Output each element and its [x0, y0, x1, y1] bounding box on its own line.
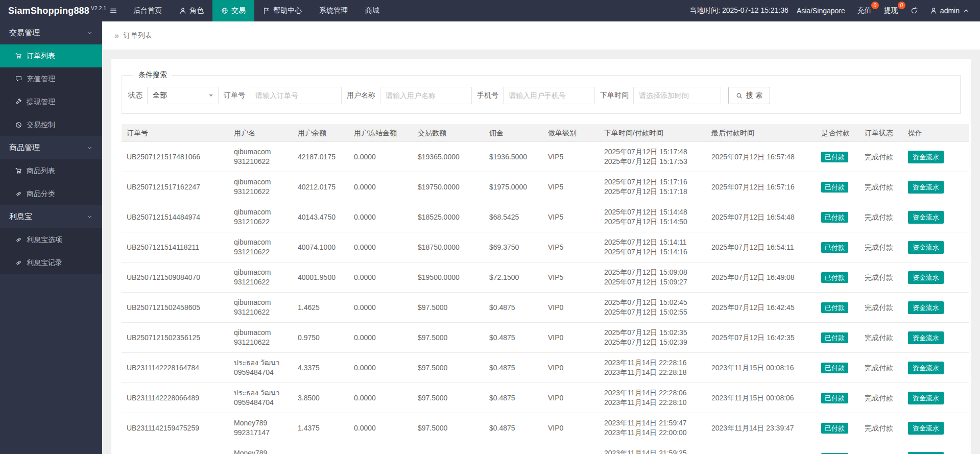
search-legend: 条件搜索 [133, 70, 172, 80]
table-row: UB2311142228066489ประธอง วัฒนา0959484704… [122, 383, 969, 413]
search-button[interactable]: 搜 索 [728, 87, 770, 104]
cell-paid: 已付款 [816, 142, 859, 172]
withdraw-link[interactable]: 提现 0 [884, 6, 898, 15]
cell-frozen: 0.0000 [349, 202, 413, 232]
content: 条件搜索 状态 全部 订单号 用户名称 手机号 [102, 50, 980, 454]
table-header-row: 订单号用户名用户余额用户冻结金额交易数额佣金做单级别下单时间/付款时间最后付款时… [122, 124, 969, 142]
table-header-3: 用户冻结金额 [349, 124, 413, 142]
cell-times: 2023年11月14日 22:28:062023年11月14日 22:28:10 [599, 383, 706, 413]
cell-commission: $1975.0000 [484, 172, 543, 202]
search-icon [736, 92, 743, 99]
order-no-label: 订单号 [224, 91, 245, 100]
order-no-input[interactable] [250, 87, 342, 104]
cell-times: 2025年07月12日 15:14:482025年07月12日 15:14:50 [599, 202, 706, 232]
link-icon [15, 236, 22, 243]
topnav-item-trade[interactable]: 交易 [212, 0, 254, 21]
cell-times: 2025年07月12日 15:02:452025年07月12日 15:02:55 [599, 293, 706, 323]
link-icon [15, 190, 22, 197]
fund-flow-button[interactable]: 资金流水 [908, 331, 944, 344]
fund-flow-button[interactable]: 资金流水 [908, 151, 944, 163]
topnav-item-system[interactable]: 系统管理 [310, 0, 356, 21]
cell-last-pay: 2025年07月12日 16:42:35 [706, 323, 816, 353]
sidebar-group-header-trade-admin[interactable]: 交易管理 [0, 21, 102, 44]
paid-badge: 已付款 [821, 272, 848, 283]
username-label: 用户名称 [347, 91, 375, 100]
sidebar-item-recharge-admin[interactable]: 充值管理 [0, 67, 102, 90]
sidebar-item-interest-options[interactable]: 利息宝选项 [0, 228, 102, 251]
search-panel: 条件搜索 状态 全部 订单号 用户名称 手机号 [122, 70, 961, 114]
cell-balance: 40143.4750 [293, 202, 349, 232]
cell-status: 完成付款 [859, 142, 903, 172]
table-header-5: 佣金 [484, 124, 543, 142]
cell-balance: 40074.1000 [293, 232, 349, 262]
order-time-input[interactable] [633, 87, 721, 104]
cell-user: ประธอง วัฒนา0959484704 [229, 353, 293, 383]
select-caret-icon [209, 94, 213, 99]
topnav-item-label: 帮助中心 [273, 6, 302, 15]
cell-order-no: UB2507121502356125 [122, 323, 229, 353]
sidebar-item-withdraw-admin[interactable]: 提现管理 [0, 90, 102, 113]
cell-amount: $97.5000 [413, 413, 484, 443]
cell-user: qibumacom931210622 [229, 323, 293, 353]
fund-flow-button[interactable]: 资金流水 [908, 271, 944, 284]
cell-times: 2025年07月12日 15:02:352025年07月12日 15:02:39 [599, 323, 706, 353]
cell-commission: $0.4875 [484, 383, 543, 413]
cell-balance: 0.9625 [293, 443, 349, 454]
paid-badge: 已付款 [821, 423, 848, 434]
status-select[interactable]: 全部 [147, 87, 219, 104]
cell-level: VIP0 [543, 383, 599, 413]
sidebar-item-label: 充值管理 [27, 75, 55, 84]
fund-flow-button[interactable]: 资金流水 [908, 452, 944, 454]
table-row: UB2507121502356125qibumacom9312106220.97… [122, 323, 969, 353]
sidebar-group-header-goods-admin[interactable]: 商品管理 [0, 136, 102, 159]
cell-times: 2025年07月12日 15:17:162025年07月12日 15:17:18 [599, 172, 706, 202]
username-input[interactable] [380, 87, 472, 104]
cell-last-pay: 2025年07月12日 16:54:48 [706, 202, 816, 232]
fund-flow-button[interactable]: 资金流水 [908, 301, 944, 314]
fund-flow-button[interactable]: 资金流水 [908, 181, 944, 194]
cell-order-no: UB2311142228066489 [122, 383, 229, 413]
sidebar-item-label: 商品分类 [27, 189, 55, 199]
fund-flow-button[interactable]: 资金流水 [908, 241, 944, 254]
sidebar-item-order-list[interactable]: 订单列表 [0, 44, 102, 67]
cell-commission: $0.4875 [484, 413, 543, 443]
cell-order-no: UB2507121514484974 [122, 202, 229, 232]
fund-flow-button[interactable]: 资金流水 [908, 211, 944, 224]
sidebar-item-goods-category[interactable]: 商品分类 [0, 182, 102, 205]
cell-times: 2023年11月14日 22:28:162023年11月14日 22:28:18 [599, 353, 706, 383]
admin-menu[interactable]: admin [930, 7, 970, 15]
fund-flow-button[interactable]: 资金流水 [908, 392, 944, 404]
cell-level: VIP5 [543, 232, 599, 262]
paid-badge: 已付款 [821, 212, 848, 223]
sidebar-item-goods-list[interactable]: 商品列表 [0, 159, 102, 182]
person-icon [179, 7, 186, 14]
sidebar-item-interest-records[interactable]: 利息宝记录 [0, 251, 102, 274]
topnav-item-help[interactable]: 帮助中心 [254, 0, 310, 21]
cell-order-no: UB2311142159475259 [122, 413, 229, 443]
status-select-value: 全部 [153, 91, 167, 100]
sidebar-group-items: 订单列表充值管理提现管理交易控制 [0, 44, 102, 136]
chevron-down-icon [86, 145, 93, 151]
topnav-item-home[interactable]: 后台首页 [125, 0, 171, 21]
cell-paid: 已付款 [816, 262, 859, 293]
cell-action: 资金流水 [903, 413, 969, 443]
cart-icon [15, 168, 22, 174]
cell-amount: $18525.0000 [413, 202, 484, 232]
fund-flow-button[interactable]: 资金流水 [908, 422, 944, 435]
topnav-item-mall[interactable]: 商城 [356, 0, 388, 21]
cell-user: qibumacom931210622 [229, 293, 293, 323]
phone-input[interactable] [503, 87, 595, 104]
cell-frozen: 0.0000 [349, 383, 413, 413]
fund-flow-button[interactable]: 资金流水 [908, 362, 944, 374]
refresh-icon[interactable] [911, 7, 918, 14]
recharge-link[interactable]: 充值 0 [857, 6, 872, 15]
cell-paid: 已付款 [816, 232, 859, 262]
cell-status: 完成付款 [859, 172, 903, 202]
content-card: 条件搜索 状态 全部 订单号 用户名称 手机号 [111, 59, 971, 454]
withdraw-label: 提现 [884, 6, 898, 14]
cell-frozen: 0.0000 [349, 413, 413, 443]
sidebar-item-trade-control[interactable]: 交易控制 [0, 113, 102, 136]
sidebar-group-header-interest[interactable]: 利息宝 [0, 205, 102, 228]
topnav-item-roles[interactable]: 角色 [171, 0, 212, 21]
timezone-label: Asia/Singapore [797, 7, 845, 15]
